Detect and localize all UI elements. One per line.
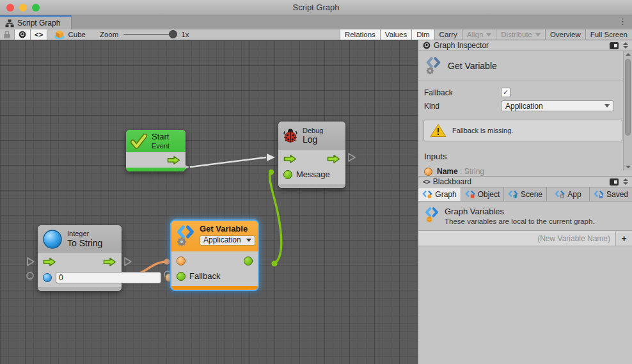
warning-box: Fallback is missing. (423, 120, 622, 141)
values-toggle[interactable]: Values (380, 29, 411, 40)
node-get-variable[interactable]: Get Variable Application Fallback (171, 221, 258, 290)
fallback-input-port[interactable] (177, 272, 186, 281)
scrollbar-thumb[interactable] (625, 59, 631, 136)
code-glyph-icon: <> (423, 178, 430, 186)
object-variables-icon (465, 190, 475, 198)
tab-graph[interactable]: Graph (418, 187, 461, 201)
relations-toggle[interactable]: Relations (340, 29, 380, 40)
name-input-port[interactable] (177, 257, 186, 265)
input-port-type: : String (460, 167, 484, 176)
graph-owner[interactable]: Cube (54, 29, 86, 40)
inspector-unit-title: Get Variable (418, 51, 632, 81)
dock-panel-icon[interactable] (610, 42, 619, 49)
overview-button[interactable]: Overview (545, 29, 585, 40)
zoom-slider-knob[interactable] (169, 30, 177, 38)
fallback-checkbox[interactable]: ✓ (501, 88, 510, 97)
lock-icon[interactable] (3, 30, 11, 39)
graph-variables-title: Graph Variables (445, 207, 595, 216)
graph-toolbar: <> Cube Zoom 1x Relations Valu (0, 29, 632, 40)
dock-panel-icon[interactable] (610, 178, 619, 186)
flow-output-port-icon[interactable] (103, 257, 116, 267)
align-menu-button[interactable]: Align (462, 29, 496, 40)
tab-app[interactable]: App (547, 187, 590, 201)
integer-value-input[interactable] (56, 272, 161, 283)
new-variable-input[interactable] (418, 231, 615, 246)
dim-toggle[interactable]: Dim (411, 29, 434, 40)
node-title: Log (303, 134, 323, 145)
new-variable-row: + (418, 231, 632, 246)
graph-hierarchy-icon (5, 19, 14, 28)
message-input-port[interactable] (283, 170, 292, 179)
panel-empty-area (418, 246, 632, 364)
cube-icon (54, 29, 65, 40)
node-start-event[interactable]: Start Event (126, 130, 186, 171)
script-graph-window: Script Graph Script Graph ⋮ (0, 0, 632, 364)
chevron-down-icon (246, 239, 251, 242)
blackboard-header-label: Blackboard (433, 177, 606, 186)
input-port-name: Name (437, 167, 458, 176)
tab-saved[interactable]: Saved (590, 187, 632, 201)
kind-dropdown[interactable]: Application (501, 100, 614, 111)
outside-flow-marker (28, 258, 34, 265)
distribute-menu-button[interactable]: Distribute (496, 29, 545, 40)
saved-variables-icon (594, 190, 604, 198)
blackboard-tabs: Graph Object Scene (418, 187, 632, 202)
carry-toggle[interactable]: Carry (434, 29, 462, 40)
flow-input-port-icon[interactable] (283, 154, 297, 164)
fallback-field-label: Fallback (424, 88, 501, 97)
scroll-down-icon[interactable] (626, 166, 631, 168)
check-icon (130, 134, 147, 149)
zoom-to-fit-button[interactable] (14, 29, 31, 40)
chevron-down-icon (604, 104, 610, 107)
inspector-header-label: Graph Inspector (434, 41, 606, 50)
get-variable-icon (176, 225, 195, 248)
window-title: Script Graph (0, 3, 632, 12)
get-variable-icon (425, 56, 442, 75)
outside-flow-marker (125, 258, 131, 265)
port-label: Fallback (189, 271, 220, 281)
app-variables-icon (555, 190, 565, 198)
node-integer-tostring[interactable]: Integer To String (38, 225, 122, 291)
inspector-unit-title-label: Get Variable (448, 61, 497, 71)
add-variable-button[interactable]: + (615, 231, 632, 246)
graph-inspector-panel: Graph Inspector (418, 40, 632, 364)
node-title: To String (67, 238, 102, 248)
port-label: Message (296, 170, 330, 179)
graph-variables-section: Graph Variables These variables are loca… (418, 202, 632, 231)
edit-source-button[interactable]: <> (31, 29, 47, 40)
panel-scroll-arrows[interactable] (622, 178, 629, 185)
target-circle-icon (19, 31, 26, 38)
flow-input-port-icon[interactable] (43, 257, 56, 267)
zoom-label: Zoom (100, 31, 118, 38)
titlebar: Script Graph (0, 0, 632, 15)
flow-output-port-icon[interactable] (167, 155, 180, 165)
scene-variables-icon (508, 190, 518, 198)
graph-variables-description: These variables are local to the current… (445, 218, 595, 225)
outside-value-marker (27, 273, 33, 279)
inspector-scrollbar[interactable] (623, 51, 632, 170)
scroll-up-icon[interactable] (626, 53, 631, 56)
node-debug-log[interactable]: Debug Log (278, 122, 345, 188)
value-output-port[interactable] (244, 257, 253, 265)
input-port-row: Name : String (424, 167, 626, 176)
panel-scroll-arrows[interactable] (622, 42, 629, 49)
zoom-value: 1x (181, 31, 189, 38)
more-options-icon[interactable]: ⋮ (619, 17, 627, 26)
graph-inspector-header[interactable]: Graph Inspector (418, 40, 632, 51)
variable-kind-dropdown[interactable]: Application (200, 235, 255, 246)
flow-output-port-icon[interactable] (327, 154, 340, 164)
full-screen-button[interactable]: Full Screen (585, 29, 632, 40)
graph-canvas[interactable]: Start Event (0, 40, 418, 364)
control-wire (190, 157, 266, 167)
tab-strip: Script Graph ⋮ (0, 15, 632, 29)
node-subtitle: Debug (303, 127, 323, 135)
wire-end-arrow (267, 154, 275, 161)
tab-object[interactable]: Object (461, 187, 504, 201)
node-subtitle: Event (152, 142, 170, 150)
tab-scene[interactable]: Scene (504, 187, 547, 201)
zoom-slider[interactable] (123, 34, 176, 35)
integer-input-port[interactable] (43, 273, 52, 282)
connection-wires (0, 40, 418, 364)
tab-script-graph[interactable]: Script Graph (0, 15, 72, 29)
blackboard-header[interactable]: <> Blackboard (418, 176, 632, 187)
